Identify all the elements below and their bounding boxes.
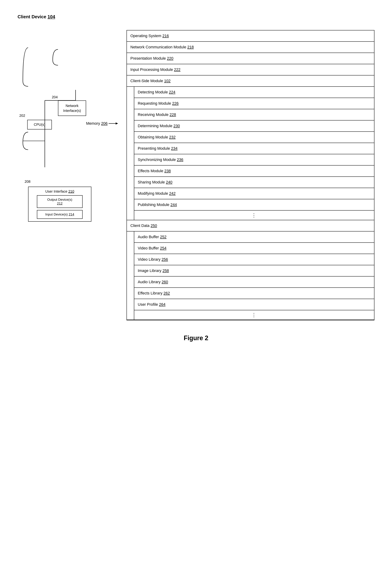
synchronizing-number: 236	[177, 157, 183, 162]
determining-number: 230	[173, 124, 180, 128]
memory-label: Memory 206	[86, 121, 119, 126]
row-detecting: Detecting Module 224	[134, 87, 374, 98]
row-video-buffer: Video Buffer 254	[134, 243, 374, 254]
pm-label: Presentation Module	[130, 56, 166, 60]
receiving-label: Receiving Module	[138, 112, 168, 117]
row-effects-library: Effects Library 262	[134, 288, 374, 299]
client-data-rows: Audio Buffer 252 Video Buffer 254 Video …	[134, 232, 374, 320]
row-determining: Determining Module 230	[134, 120, 374, 132]
requesting-number: 226	[172, 101, 179, 105]
row-network-comm: Network Communication Module 218	[127, 42, 374, 53]
os-number: 216	[162, 34, 169, 38]
audio-buffer-label: Audio Buffer	[138, 235, 159, 239]
left-side: 202 CPU(s) 204 NetworkInterface(s) 208 U…	[18, 79, 126, 290]
image-library-label: Image Library	[138, 268, 161, 273]
row-requesting: Requesting Module 226	[134, 98, 374, 109]
client-data-section: Client Data 250 Audio Buffer 252 Video B…	[127, 220, 374, 320]
audio-library-number: 260	[162, 280, 168, 284]
label-208: 208	[25, 179, 30, 184]
ipm-number: 222	[174, 67, 181, 72]
modifying-label: Modifying Module	[138, 191, 168, 196]
row-input-processing: Input Processing Module 222	[127, 64, 374, 75]
row-presentation: Presentation Module 220	[127, 53, 374, 64]
video-library-number: 256	[161, 257, 168, 262]
cpu-box: CPU(s)	[27, 120, 52, 130]
cpu-number-label: 202	[19, 114, 25, 118]
row-image-library: Image Library 258	[134, 265, 374, 277]
client-side-dots: ⋮	[134, 210, 374, 220]
ipm-label: Input Processing Module	[130, 67, 173, 72]
figure-label: Figure 2	[184, 334, 208, 342]
cpu-label: CPU(s)	[34, 123, 45, 126]
client-data-header: Client Data 250	[127, 220, 374, 232]
presenting-label: Presenting Module	[138, 146, 170, 150]
synchronizing-label: Synchronizing Module	[138, 157, 176, 162]
right-table: Operating System 216 Network Communicati…	[126, 30, 374, 320]
row-effects: Effects Module 238	[134, 165, 374, 177]
determining-label: Determining Module	[138, 124, 172, 128]
obtaining-number: 232	[169, 135, 176, 139]
video-library-label: Video Library	[138, 257, 160, 262]
network-number-label: 204	[52, 95, 58, 99]
video-buffer-number: 254	[160, 246, 166, 250]
effects-library-label: Effects Library	[138, 291, 162, 295]
user-interface-box: User Interface 210 Output Device(s)212 I…	[28, 187, 91, 222]
sharing-number: 240	[166, 180, 172, 184]
client-data-dots: ⋮	[134, 310, 374, 320]
memory-arrow	[109, 121, 119, 126]
os-label: Operating System	[130, 34, 161, 38]
receiving-number: 228	[169, 112, 176, 117]
publishing-label: Publishing Module	[138, 202, 169, 207]
row-sharing: Sharing Module 240	[134, 177, 374, 188]
client-device-label: Client Device	[18, 14, 46, 19]
user-profile-label: User Profile	[138, 302, 158, 307]
presenting-number: 234	[171, 146, 178, 150]
audio-buffer-number: 252	[160, 235, 167, 239]
client-side-rows: Detecting Module 224 Requesting Module 2…	[134, 87, 374, 220]
obtaining-label: Obtaining Module	[138, 135, 168, 139]
row-publishing: Publishing Module 244	[134, 199, 374, 210]
sharing-label: Sharing Module	[138, 180, 165, 184]
row-synchronizing: Synchronizing Module 236	[134, 154, 374, 165]
effects-label: Effects Module	[138, 169, 163, 173]
page-title: Client Device 104	[18, 14, 374, 19]
cs-header-number: 102	[164, 79, 171, 83]
row-operating-system: Operating System 216	[127, 30, 374, 42]
modifying-number: 242	[169, 191, 176, 196]
output-device-box: Output Device(s)212	[37, 195, 83, 208]
client-side-section: Client-Side Module 102 Detecting Module …	[127, 75, 374, 220]
ncm-label: Network Communication Module	[130, 45, 186, 49]
diagram-area: 202 CPU(s) 204 NetworkInterface(s) 208 U…	[18, 30, 374, 320]
input-device-box: Input Device(s) 214	[37, 210, 83, 219]
client-side-header: Client-Side Module 102	[127, 75, 374, 87]
row-modifying: Modifying Module 242	[134, 188, 374, 199]
pm-number: 220	[167, 56, 173, 60]
row-audio-buffer: Audio Buffer 252	[134, 232, 374, 243]
effects-number: 238	[164, 169, 171, 173]
publishing-number: 244	[170, 202, 177, 207]
svg-marker-6	[116, 122, 118, 125]
ncm-number: 218	[187, 45, 194, 49]
user-profile-number: 264	[159, 302, 166, 307]
row-audio-library: Audio Library 260	[134, 277, 374, 288]
row-video-library: Video Library 256	[134, 254, 374, 265]
cd-header-number: 250	[151, 223, 157, 228]
page: Client Device 104	[0, 0, 392, 565]
detecting-number: 224	[169, 90, 175, 94]
row-user-profile: User Profile 264	[134, 299, 374, 310]
cd-header-label: Client Data	[130, 223, 150, 228]
audio-library-label: Audio Library	[138, 280, 161, 284]
detecting-label: Detecting Module	[138, 90, 168, 94]
requesting-label: Requesting Module	[138, 101, 171, 105]
figure-caption: Figure 2	[18, 334, 374, 342]
row-presenting: Presenting Module 234	[134, 143, 374, 154]
client-device-number: 104	[48, 14, 55, 19]
row-receiving: Receiving Module 228	[134, 109, 374, 120]
image-library-number: 258	[163, 268, 169, 273]
video-buffer-label: Video Buffer	[138, 246, 159, 250]
row-obtaining: Obtaining Module 232	[134, 132, 374, 143]
cs-header-label: Client-Side Module	[130, 79, 163, 83]
effects-library-number: 262	[163, 291, 170, 295]
network-interface-box: NetworkInterface(s)	[58, 101, 86, 116]
